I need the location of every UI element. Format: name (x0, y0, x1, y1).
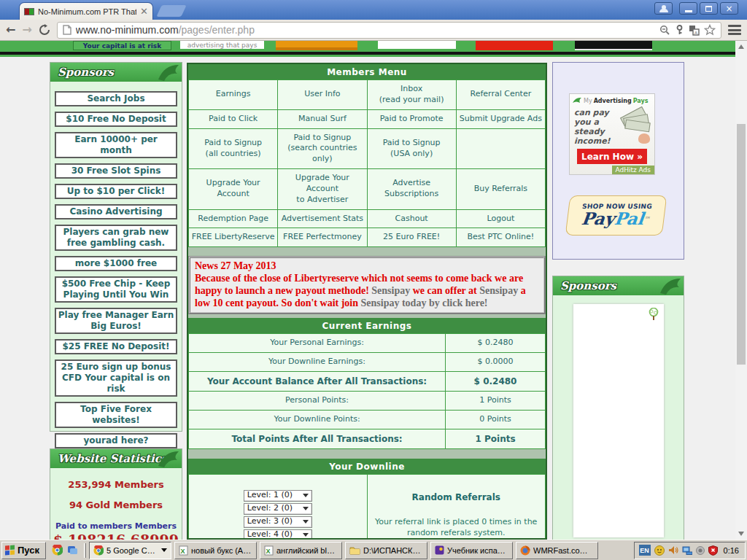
banner-capital-risk[interactable]: Your capital is at risk (73, 41, 171, 50)
website-statistics-header: Website Statistics (50, 449, 182, 468)
taskbar-task-djvu[interactable]: Учебник испанс... (430, 542, 513, 559)
myadvertisingpays-ad[interactable]: MyAdvertisingPays can pay you a steady i… (569, 93, 655, 175)
table-row: Your Downline Earnings: $ 0.0000 (189, 353, 546, 372)
menu-item-earnings[interactable]: Earnings (189, 80, 278, 110)
taskbar-task-firefox[interactable]: WMRFast.com - ... (516, 542, 598, 559)
menu-item-signup-usa[interactable]: Paid to Signup (USA only) (367, 128, 456, 169)
current-earnings-header: Current Earnings (188, 318, 546, 333)
restore-button[interactable] (700, 2, 718, 15)
messenger-icon[interactable] (654, 545, 665, 556)
clock[interactable]: 0:16 (724, 546, 739, 555)
taskbar-task-folder[interactable]: D:\ИСПАНСКИЙ... (345, 542, 427, 559)
banner-white[interactable] (378, 41, 456, 49)
table-row: Upgrade Your Account Upgrade Your Accoun… (189, 169, 546, 210)
sponsor-link[interactable]: more $1000 free (55, 256, 177, 271)
profile-button[interactable] (654, 2, 673, 15)
sponsor-link[interactable]: Up to $10 per Click! (55, 184, 177, 199)
sponsor-link[interactable]: Earn 10000+ per month (55, 132, 177, 158)
menu-item-upgrade-advertiser[interactable]: Upgrade Your Account to Advertiser (278, 169, 367, 210)
sponsor-link[interactable]: Top Five Forex websites! (55, 402, 177, 428)
menu-item-signup-all[interactable]: Paid to Signup (all countries) (189, 128, 278, 169)
menu-item-submit-upgrade-ads[interactable]: Submit Upgrade Ads (456, 109, 545, 128)
menu-item-best-ptc-online[interactable]: Best PTC Online! (456, 228, 545, 247)
paypal-ad[interactable]: SHOP NOW USING PayPal™ (565, 195, 667, 236)
news-click-here[interactable]: Sensipay today by click here! (361, 298, 488, 308)
menu-item-manual-surf[interactable]: Manual Surf (278, 109, 367, 128)
banner-orange[interactable] (276, 41, 357, 50)
menu-item-signup-search[interactable]: Paid to Signup (search countries only) (278, 128, 367, 169)
menu-item-paid-to-promote[interactable]: Paid to Promote (367, 109, 456, 128)
table-row: Personal Points: 1 Points (189, 392, 546, 411)
tab-close-icon[interactable]: ✕ (140, 7, 148, 16)
scroll-down-icon[interactable] (735, 528, 747, 540)
menu-item-buy-referrals[interactable]: Buy Referrals (456, 169, 545, 210)
level-4-select[interactable]: Level: 4 (0) (244, 529, 312, 540)
sponsor-link[interactable]: $10 Free No Deposit (55, 112, 177, 127)
sponsor-link[interactable]: Players can grab new free gambling cash. (55, 225, 177, 251)
menu-item-user-info[interactable]: User Info (278, 80, 367, 110)
address-bar[interactable]: www.no-minimum.com/pages/enter.php A (57, 22, 721, 39)
menu-item-25-euro-free[interactable]: 25 Euro FREE! (367, 228, 456, 247)
level-2-select[interactable]: Level: 2 (0) (244, 503, 312, 515)
sponsor-link[interactable]: 25 Euro sign up bonus CFD Your capital i… (55, 359, 177, 397)
menu-item-upgrade-account[interactable]: Upgrade Your Account (189, 169, 278, 210)
menu-item-redemption-page[interactable]: Redemption Page (189, 209, 278, 228)
menu-item-paid-to-click[interactable]: Paid to Click (189, 109, 278, 128)
menu-item-cashout[interactable]: Cashout (367, 209, 456, 228)
banner-advertising-pays[interactable]: advertising that pays (180, 41, 264, 49)
chrome-menu-icon[interactable] (728, 25, 741, 35)
minimize-button[interactable] (679, 2, 697, 15)
menu-item-referral-center[interactable]: Referral Center (456, 80, 545, 110)
menu-item-advertisement-stats[interactable]: Advertisement Stats (278, 209, 367, 228)
quicklaunch-desktop-icon[interactable] (67, 545, 78, 556)
sponsor-link[interactable]: $25 FREE No Deposit! (55, 339, 177, 354)
scrollbar-thumb[interactable] (737, 124, 746, 365)
menu-item-inbox[interactable]: Inbox (read your mail) (367, 80, 456, 110)
taskbar-task-excel-2[interactable]: X английский blac... (260, 542, 342, 559)
taskbar-task-excel-1[interactable]: X новый букс (Ав... (174, 542, 257, 559)
adhitz-label[interactable]: AdHitz Ads (612, 166, 655, 174)
page-scrollbar[interactable] (735, 41, 747, 540)
earnings-value: $ 0.2480 (446, 371, 546, 391)
quicklaunch-chrome-icon[interactable] (52, 545, 63, 556)
start-button[interactable]: Пуск (1, 542, 46, 559)
url-text[interactable]: www.no-minimum.com/pages/enter.php (76, 24, 655, 36)
network-icon[interactable] (682, 546, 692, 555)
muted-speaker-icon[interactable] (696, 546, 705, 555)
key-icon[interactable] (675, 25, 684, 36)
browser-tab[interactable]: No-Minimum.com PTR That P ✕ (19, 2, 153, 20)
security-alert-icon[interactable] (708, 545, 718, 556)
menu-item-advertise-subscriptions[interactable]: Advertise Subscriptions (367, 169, 456, 210)
sponsor-ad-area[interactable] (573, 304, 664, 537)
menu-item-free-libertyreserve[interactable]: FREE LibertyReserve (189, 228, 278, 247)
new-tab-button[interactable] (156, 5, 186, 17)
bookmark-star-icon[interactable] (704, 24, 716, 36)
translate-icon[interactable]: A (689, 25, 700, 36)
level-3-select[interactable]: Level: 3 (0) (244, 516, 312, 528)
sponsor-link[interactable]: yourad here? (55, 433, 177, 448)
banner-black[interactable] (575, 41, 652, 50)
start-label: Пуск (18, 545, 39, 556)
level-1-select[interactable]: Level: 1 (0) (244, 490, 312, 502)
menu-item-free-perfectmoney[interactable]: FREE Perfectmoney (278, 228, 367, 247)
menu-item-logout[interactable]: Logout (456, 209, 545, 228)
sponsor-link[interactable]: Casino Advertising (55, 204, 177, 219)
zoom-icon[interactable] (659, 25, 670, 36)
volume-icon[interactable] (668, 545, 678, 555)
forward-icon[interactable]: → (22, 24, 31, 36)
scroll-up-icon[interactable] (735, 41, 747, 52)
members-count: 253,994 Members (50, 479, 182, 490)
sponsor-link[interactable]: 30 Free Slot Spins (55, 163, 177, 179)
learn-how-button[interactable]: Learn How » (577, 149, 647, 164)
sponsors-right-box: Sponsors (552, 276, 684, 540)
sponsor-link[interactable]: Play free Manager Earn Big Euros! (55, 308, 177, 334)
back-icon[interactable]: ← (6, 24, 15, 36)
taskbar-task-chrome[interactable]: 5 Google Chr... (89, 542, 171, 559)
language-indicator[interactable]: EN (639, 545, 651, 556)
page-icon (63, 25, 71, 35)
sponsor-link[interactable]: Search Jobs (55, 91, 177, 106)
close-button[interactable]: × (720, 2, 738, 15)
sponsor-link[interactable]: $500 Free Chip - Keep Playing Until You … (55, 276, 177, 303)
banner-red[interactable] (476, 41, 553, 50)
reload-icon[interactable] (39, 24, 50, 36)
